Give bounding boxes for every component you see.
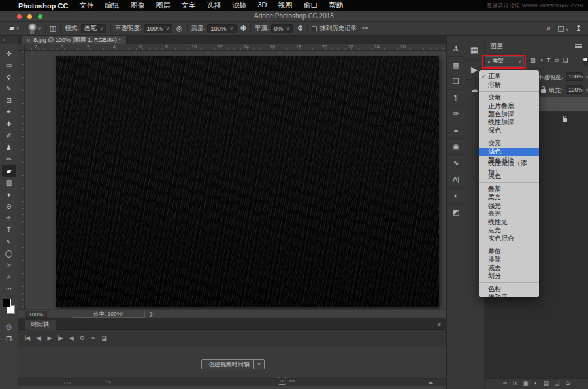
blend-mode-option[interactable]: ✓ xyxy=(479,243,539,247)
menu-item[interactable]: 滤镜 xyxy=(232,1,246,10)
color-swatches[interactable] xyxy=(2,298,16,318)
background-lock-icon[interactable] xyxy=(563,118,567,122)
menu-item[interactable]: 图像 xyxy=(130,1,144,10)
type-tool[interactable]: T xyxy=(2,224,16,235)
blend-mode-option[interactable]: ✓ 深色 xyxy=(479,127,539,135)
status-chevron-icon[interactable]: ❯ xyxy=(149,311,154,317)
blend-mode-option[interactable]: ✓ xyxy=(479,135,539,139)
vertical-ruler[interactable]: 024681012141618 xyxy=(18,51,25,309)
blend-mode-option[interactable]: ✓ 饱和度 xyxy=(479,293,539,297)
eraser-options-icon[interactable]: ▰ xyxy=(9,24,14,33)
share-icon[interactable]: ↥ xyxy=(576,24,581,33)
layers-panel-tab[interactable]: 图层 xyxy=(490,42,503,51)
blend-mode-option[interactable]: ✓ 线性减淡（添加） xyxy=(479,164,539,173)
menu-item[interactable]: 帮助 xyxy=(329,1,343,10)
eraser-options-chevron[interactable]: ∨ xyxy=(16,26,19,31)
layer-group-icon[interactable]: ▤ xyxy=(544,380,549,386)
blend-mode-option[interactable]: ✓ 排除 xyxy=(479,256,539,264)
opacity-select[interactable]: 100%∨ xyxy=(144,24,172,33)
filter-pixel-layers-icon[interactable]: ▨ xyxy=(530,57,536,63)
layers-fill-field[interactable]: 100% xyxy=(566,85,583,94)
blend-mode-option[interactable]: ✓ 点光 xyxy=(479,226,539,235)
eyedropper-tool[interactable]: ✒ xyxy=(2,106,16,118)
character-panel-icon[interactable]: A| xyxy=(448,171,464,188)
airbrush-icon[interactable]: ❋ xyxy=(240,24,246,33)
blend-mode-option[interactable]: ✓ 变亮 xyxy=(479,139,539,148)
layer-filter-type-select[interactable]: ⌕ 类型 ∨ xyxy=(485,56,524,67)
blend-mode-option[interactable]: ✓ 线性加深 xyxy=(479,118,539,127)
hand-tool[interactable]: ☞ xyxy=(2,259,16,271)
blend-mode-option[interactable]: ✓ 划分 xyxy=(479,272,539,280)
layers-opacity-field[interactable]: 100% xyxy=(566,72,583,81)
adjustment-layer-icon[interactable]: ◐ xyxy=(534,380,538,386)
menu-item[interactable]: 编辑 xyxy=(105,1,119,10)
move-tool[interactable]: ✛ xyxy=(2,47,16,59)
horizontal-ruler[interactable]: 202468101214161820222426 xyxy=(25,44,446,51)
paragraph-panel-icon[interactable]: ¶ xyxy=(448,90,464,106)
foreground-color-swatch[interactable] xyxy=(3,299,11,307)
layer-mask-icon[interactable]: ▣ xyxy=(523,380,529,386)
properties-panel-icon[interactable]: ❏ xyxy=(448,73,464,90)
paths-panel-icon[interactable]: ∿ xyxy=(448,155,464,171)
flow-select[interactable]: 100%∨ xyxy=(207,24,236,33)
gradient-tool[interactable]: ▧ xyxy=(2,177,16,188)
styles-panel-icon[interactable]: ◩ xyxy=(448,204,464,220)
blend-mode-option[interactable]: ✓ 滤色 xyxy=(479,148,539,156)
transition-icon[interactable]: ◪ xyxy=(101,335,106,341)
layer-filter-toggle[interactable] xyxy=(583,57,587,65)
blend-mode-option[interactable]: ✓ xyxy=(479,280,539,285)
healing-brush-tool[interactable]: ✚ xyxy=(2,118,16,129)
blend-mode-option[interactable]: ✓ 色相 xyxy=(479,285,539,294)
menu-item[interactable]: 图层 xyxy=(155,1,170,10)
brush-preset-picker[interactable]: 89 xyxy=(28,23,37,35)
shape-tool[interactable]: ◯ xyxy=(2,247,16,259)
prev-frame-icon[interactable]: ◀| xyxy=(36,335,41,341)
document-canvas[interactable] xyxy=(56,56,439,307)
status-info-field[interactable]: 效率: 100%* ❯ xyxy=(73,311,145,318)
blend-mode-option[interactable]: ✓ 实色混合 xyxy=(479,235,539,243)
filter-shape-layers-icon[interactable]: ▱ xyxy=(554,57,559,63)
brushes-panel-icon[interactable]: ≡ xyxy=(448,122,464,139)
smoothing-select[interactable]: 0%∨ xyxy=(271,24,293,33)
blend-mode-option[interactable]: ✓ 变暗 xyxy=(479,93,539,102)
close-tab-icon[interactable]: × xyxy=(27,37,30,44)
next-frame-icon[interactable]: |▶ xyxy=(57,335,62,341)
blur-tool[interactable]: ♦ xyxy=(2,188,16,200)
filter-type-layers-icon[interactable]: T xyxy=(547,57,551,63)
adjustments-panel-icon[interactable]: ◐ xyxy=(448,188,464,204)
timeline-settings-icon[interactable]: ⚙ xyxy=(80,335,84,341)
erase-to-history-checkbox[interactable] xyxy=(312,26,317,31)
chevron-down-icon[interactable]: ∨ xyxy=(585,75,588,80)
new-layer-icon[interactable]: ❏ xyxy=(555,380,560,386)
blend-mode-option[interactable]: ✓ 减去 xyxy=(479,263,539,272)
render-export-icon[interactable]: ↷ xyxy=(106,379,112,386)
quick-selection-tool[interactable]: ✎ xyxy=(2,82,16,94)
blend-mode-option[interactable]: ✓ xyxy=(479,89,539,93)
pressure-opacity-icon[interactable]: ◎ xyxy=(176,24,183,33)
delete-layer-icon[interactable]: ♺ xyxy=(565,380,570,386)
clone-stamp-tool[interactable]: ♟ xyxy=(2,141,16,153)
blend-mode-option[interactable]: ✓ 叠加 xyxy=(479,185,539,194)
go-first-frame-icon[interactable]: |◀ xyxy=(25,335,29,341)
menu-item[interactable]: 视图 xyxy=(278,1,292,10)
marquee-tool[interactable]: ▭ xyxy=(2,59,16,71)
glyphs-panel-icon[interactable]: A xyxy=(448,41,464,57)
swatches-panel-icon[interactable]: ▦ xyxy=(466,41,482,60)
toolbar-collapse[interactable]: » xyxy=(0,36,18,44)
layer-comps-panel-icon[interactable]: ▦ xyxy=(448,57,464,73)
layers-panel-menu-icon[interactable] xyxy=(575,44,582,48)
menu-item[interactable]: 文件 xyxy=(79,1,93,10)
blend-mode-option[interactable]: ✓ 正常 xyxy=(479,73,539,81)
brush-tool[interactable]: ✐ xyxy=(2,129,16,141)
history-brush-options-icon[interactable]: ✏ xyxy=(362,24,368,33)
menu-item[interactable]: 3D xyxy=(257,1,267,10)
edit-toolbar-icon[interactable]: ⋯ xyxy=(2,282,16,294)
toggle-brush-panel-icon[interactable]: ◫ xyxy=(50,24,56,33)
workspace-switcher-icon[interactable]: ◫∨ xyxy=(557,24,569,33)
path-selection-tool[interactable]: ↖ xyxy=(2,235,16,247)
document-tab[interactable]: × 8.jpg @ 100% (图层 1, RGB/8#) * xyxy=(22,36,127,44)
menu-item[interactable]: 文字 xyxy=(181,1,195,10)
create-video-timeline-button[interactable]: 创建视频时间轴 xyxy=(201,359,257,369)
layer-effects-icon[interactable]: fx xyxy=(513,380,517,386)
lasso-tool[interactable]: ϙ xyxy=(2,71,16,82)
